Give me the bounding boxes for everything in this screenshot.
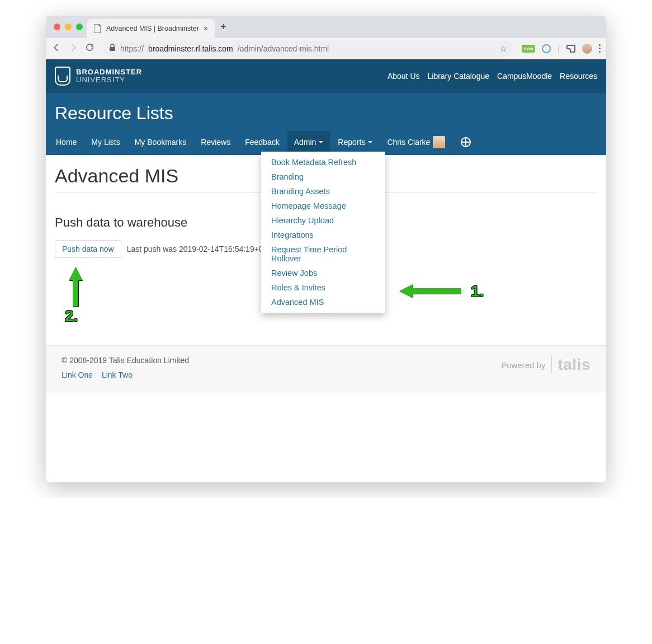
extension-circle-icon[interactable] [542, 44, 551, 53]
dd-roles-invites[interactable]: Roles & Invites [261, 280, 385, 295]
blank-space [46, 393, 606, 482]
profile-avatar[interactable] [582, 44, 592, 54]
nav-user[interactable]: Chris Clarke [380, 129, 452, 155]
app-title: Resource Lists [46, 93, 606, 129]
top-nav-link[interactable]: Resources [560, 72, 597, 81]
dd-advanced-mis[interactable]: Advanced MIS [261, 295, 385, 309]
user-avatar [433, 136, 445, 148]
svg-marker-2 [69, 267, 82, 306]
site-footer: © 2008-2019 Talis Education Limited Link… [46, 345, 606, 393]
caret-down-icon [319, 141, 323, 143]
address-bar[interactable]: https://broadminster.rl.talis.com/admin/… [102, 41, 514, 57]
url-prefix: https:// [120, 44, 144, 53]
footer-link[interactable]: Link Two [102, 370, 133, 379]
extension-new-badge[interactable]: new [522, 45, 535, 53]
url-host: broadminster.rl.talis.com [148, 44, 233, 53]
caret-down-icon [368, 141, 372, 143]
top-nav-link[interactable]: CampusMoodle [497, 72, 552, 81]
nav-my-bookmarks[interactable]: My Bookmarks [128, 131, 193, 153]
nav-home[interactable]: Home [49, 131, 83, 153]
dd-book-metadata-refresh[interactable]: Book Metadata Refresh [261, 155, 385, 170]
logo-line1: BROADMINSTER [76, 68, 142, 76]
dd-branding[interactable]: Branding [261, 170, 385, 184]
dd-review-jobs[interactable]: Review Jobs [261, 266, 385, 280]
minimize-window-button[interactable] [65, 23, 72, 30]
cast-icon[interactable] [566, 45, 575, 53]
last-push-text: Last push was 2019-02-14T16:54:19+00:00 [127, 245, 278, 253]
user-name: Chris Clarke [387, 138, 430, 147]
browser-tab[interactable]: Advanced MIS | Broadminster × [87, 19, 215, 38]
lock-icon [109, 44, 116, 53]
dd-integrations[interactable]: Integrations [261, 228, 385, 242]
admin-dropdown: Book Metadata Refresh Branding Branding … [261, 152, 385, 313]
top-nav-link[interactable]: About Us [388, 72, 420, 81]
site-logo[interactable]: BROADMINSTER UNIVERSITY [55, 67, 142, 86]
browser-tab-strip: Advanced MIS | Broadminster × + [46, 16, 606, 38]
browser-menu-button[interactable] [599, 44, 601, 53]
browser-window: Advanced MIS | Broadminster × + https://… [46, 16, 606, 482]
talis-logo: talis [551, 356, 590, 374]
language-globe-icon[interactable] [461, 137, 471, 147]
close-tab-icon[interactable]: × [204, 24, 208, 33]
forward-button[interactable] [68, 43, 78, 55]
nav-reviews[interactable]: Reviews [194, 131, 237, 153]
dd-branding-assets[interactable]: Branding Assets [261, 184, 385, 199]
window-controls [51, 23, 87, 30]
main-nav: Home My Lists My Bookmarks Reviews Feedb… [46, 129, 606, 155]
annotation-label-2: 2. [65, 307, 78, 325]
back-button[interactable] [51, 43, 62, 55]
dd-homepage-message[interactable]: Homepage Message [261, 199, 385, 213]
close-window-button[interactable] [54, 23, 60, 30]
top-nav: About Us Library Catalogue CampusMoodle … [388, 72, 597, 81]
shield-icon [55, 67, 70, 86]
url-path: /admin/advanced-mis.html [238, 44, 329, 53]
annotation-arrow-1: 1. [399, 283, 494, 307]
bookmark-star-icon[interactable]: ☆ [500, 44, 507, 53]
new-tab-button[interactable]: + [220, 21, 226, 33]
copyright-text: © 2008-2019 Talis Education Limited [62, 356, 189, 365]
footer-link[interactable]: Link One [62, 370, 93, 379]
annotation-label-1: 1. [471, 283, 484, 300]
browser-toolbar: https://broadminster.rl.talis.com/admin/… [46, 38, 606, 59]
dd-request-time-period-rollover[interactable]: Request Time Period Rollover [261, 242, 385, 266]
tab-title: Advanced MIS | Broadminster [106, 25, 199, 32]
dd-hierarchy-upload[interactable]: Hierarchy Upload [261, 213, 385, 228]
annotation-arrow-2: 2. [67, 267, 89, 331]
maximize-window-button[interactable] [76, 23, 83, 30]
logo-line2: UNIVERSITY [76, 76, 142, 84]
nav-feedback[interactable]: Feedback [238, 131, 286, 153]
svg-rect-0 [110, 47, 115, 51]
svg-marker-1 [399, 284, 461, 298]
nav-my-lists[interactable]: My Lists [84, 131, 126, 153]
powered-by-label: Powered by [501, 360, 545, 370]
nav-reports[interactable]: Reports [331, 131, 379, 153]
powered-by: Powered by talis [501, 356, 590, 374]
push-data-button[interactable]: Push data now [55, 240, 121, 258]
file-icon [94, 24, 102, 33]
top-nav-link[interactable]: Library Catalogue [428, 72, 490, 81]
nav-admin[interactable]: Admin [287, 131, 330, 153]
reload-button[interactable] [85, 43, 95, 54]
site-header: BROADMINSTER UNIVERSITY About Us Library… [46, 59, 606, 93]
